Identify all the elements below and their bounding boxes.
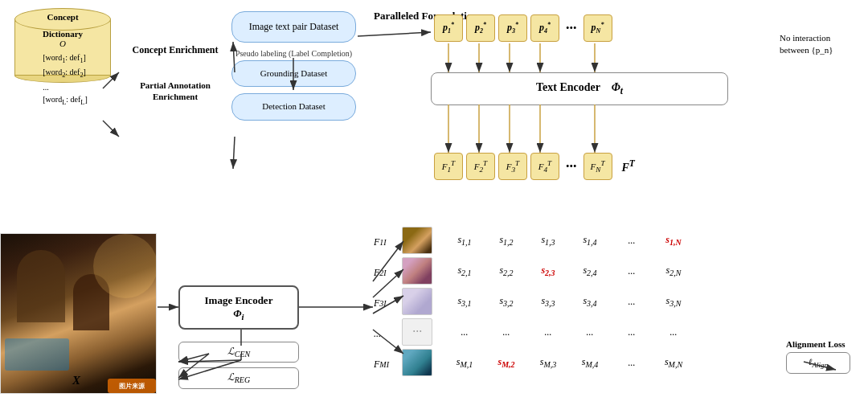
f1i-label: F1I xyxy=(374,227,389,257)
s1-dots: ... xyxy=(611,225,653,256)
ft-tokens-row: F1T F2T F3T F4T ··· FNT FT xyxy=(434,153,635,180)
diagram: Concept Dictionary O [word1: def1] [word… xyxy=(0,0,868,418)
p4-token: p4* xyxy=(530,14,559,42)
matrix-row-2: s2,1 s2,2 s2,3 s2,4 ... s2,N xyxy=(402,256,694,286)
s1N: s1,N xyxy=(653,225,694,256)
phi-t: Φt xyxy=(612,81,623,93)
thumb-3 xyxy=(402,286,444,317)
similarity-matrix: s1,1 s1,2 s1,3 s1,4 ... s1,N s2,1 s2,2 s… xyxy=(402,225,780,378)
svg-line-6 xyxy=(358,32,431,36)
thumb-1 xyxy=(402,225,444,256)
pN-token: pN* xyxy=(583,14,612,42)
s34: s3,4 xyxy=(569,286,611,317)
photo-placeholder: 图片来源 xyxy=(1,234,157,394)
matrix-row-M: sM,1 sM,2 sM,3 sM,4 ... sM,N xyxy=(402,347,694,378)
f4t-token: F4T xyxy=(530,153,559,180)
cylinder-top: Concept xyxy=(14,8,111,31)
light xyxy=(93,234,157,298)
f2t-token: F2T xyxy=(466,153,495,180)
phi-i: Φi xyxy=(205,307,273,322)
s3N: s3,N xyxy=(653,286,694,317)
cen-loss-label: ℒCEN xyxy=(227,346,250,357)
s12: s1,2 xyxy=(485,225,527,256)
fi-dots-label: ... xyxy=(374,318,389,349)
image-encoder-box: Image Encoder Φi xyxy=(178,285,299,330)
alignment-func-box: ℓAlign xyxy=(786,352,850,374)
s21: s2,1 xyxy=(444,256,485,286)
input-photo: 图片来源 xyxy=(0,233,157,394)
alignment-func: ℓAlign xyxy=(809,357,828,367)
svg-line-2 xyxy=(103,121,119,137)
image-text-dataset: Image text pair Dataset xyxy=(231,11,356,43)
partial-annotation-label: Partial Annotation Enrichment xyxy=(119,80,231,103)
dict-title-top: Concept xyxy=(15,9,110,22)
f3t-token: F3T xyxy=(498,153,527,180)
sM-dots: ... xyxy=(611,347,653,378)
reg-loss-label: ℒREG xyxy=(227,371,250,383)
s2-dots: ... xyxy=(611,256,653,286)
fMi-label: FMI xyxy=(374,349,389,379)
s23: s2,3 xyxy=(527,256,569,286)
s32: s3,2 xyxy=(485,286,527,317)
svg-line-4 xyxy=(233,137,235,169)
dict-variable: O xyxy=(59,39,66,48)
datasets-area: Image text pair Dataset Pseudo labeling … xyxy=(231,11,356,127)
matrix-row-1: s1,1 s1,2 s1,3 s1,4 ... s1,N xyxy=(402,225,694,256)
alignment-loss-label: Alignment Loss xyxy=(786,339,858,349)
concept-enrichment-label: Concept Enrichment xyxy=(119,44,231,57)
sM1: sM,1 xyxy=(444,347,485,378)
s14: s1,4 xyxy=(569,225,611,256)
text-encoder-wrapper: Text Encoder Φt xyxy=(431,72,728,105)
no-interaction-label: No interaction between {p_n} xyxy=(780,32,852,57)
cylinder: Concept Dictionary O [word1: def1] [word… xyxy=(14,8,111,83)
text-encoder-box: Text Encoder Φt xyxy=(431,72,728,105)
s24: s2,4 xyxy=(569,256,611,286)
s3-dots: ... xyxy=(611,286,653,317)
dict-words: [word1: def1] [word2: def2] ... [wordL: … xyxy=(38,51,87,108)
s11: s1,1 xyxy=(444,225,485,256)
detection-dataset: Detection Dataset xyxy=(231,93,356,120)
s33: s3,3 xyxy=(527,286,569,317)
laptop xyxy=(5,338,69,371)
thumb-2 xyxy=(402,256,444,286)
sMN: sM,N xyxy=(653,347,694,378)
s31: s3,1 xyxy=(444,286,485,317)
f2i-label: F2I xyxy=(374,257,389,288)
image-encoder-label: Image Encoder xyxy=(205,294,273,307)
sM2: sM,2 xyxy=(485,347,527,378)
matrix-row-dots: ··· ... ... ... ... ... ... xyxy=(402,317,694,347)
matrix-table: s1,1 s1,2 s1,3 s1,4 ... s1,N s2,1 s2,2 s… xyxy=(402,225,694,378)
f3i-label: F3I xyxy=(374,288,389,318)
pseudo-label: Pseudo labeling (Label Completion) xyxy=(231,49,356,58)
sM3: sM,3 xyxy=(527,347,569,378)
p-tokens-row: p1* p2* p3* p4* ··· pN* xyxy=(434,14,612,42)
loss-area: ℒCEN ℒREG xyxy=(178,342,299,394)
fNt-token: FNT xyxy=(583,153,612,180)
enrichment-labels: Concept Enrichment Partial Annotation En… xyxy=(119,44,231,102)
reg-loss-box: ℒREG xyxy=(178,367,299,388)
sM4: sM,4 xyxy=(569,347,611,378)
cen-loss-box: ℒCEN xyxy=(178,342,299,363)
p1-token: p1* xyxy=(434,14,463,42)
matrix-row-3: s3,1 s3,2 s3,3 s3,4 ... s3,N xyxy=(402,286,694,317)
watermark: 图片来源 xyxy=(108,379,156,393)
grounding-dataset: Grounding Dataset xyxy=(231,60,356,87)
ft-dots: ··· xyxy=(566,158,577,175)
s22: s2,2 xyxy=(485,256,527,286)
x-label: X xyxy=(72,374,80,387)
s13: s1,3 xyxy=(527,225,569,256)
thumb-4 xyxy=(402,347,444,378)
p3-token: p3* xyxy=(498,14,527,42)
figure-1 xyxy=(17,250,65,322)
f1t-token: F1T xyxy=(434,153,463,180)
ft-label: FT xyxy=(622,158,635,174)
alignment-loss-area: Alignment Loss ℓAlign xyxy=(786,339,858,374)
concept-dictionary: Concept Dictionary O [word1: def1] [word… xyxy=(6,8,119,83)
p-dots: ··· xyxy=(566,20,577,37)
fi-labels: F1I F2I F3I ... FMI xyxy=(374,227,389,379)
s2N: s2,N xyxy=(653,256,694,286)
p2-token: p2* xyxy=(466,14,495,42)
